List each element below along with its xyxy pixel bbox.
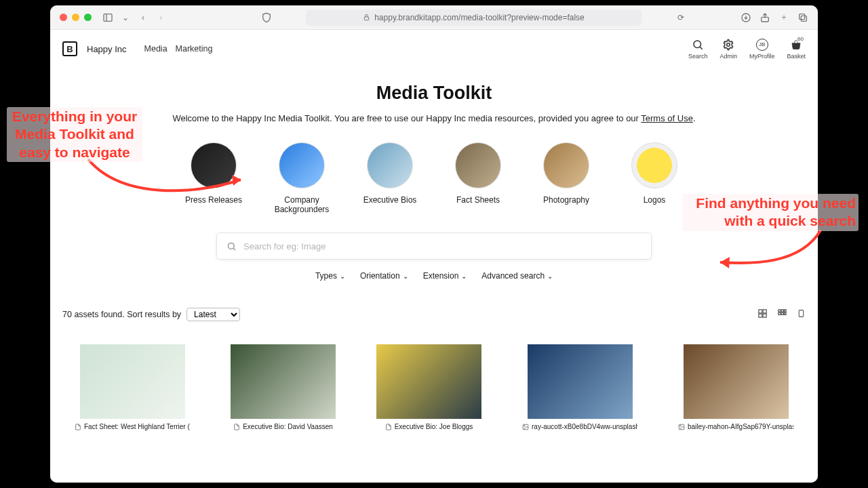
search-input[interactable] bbox=[243, 241, 642, 251]
annotation-right: Find anything you need with a quick sear… bbox=[682, 194, 859, 231]
image-icon bbox=[522, 424, 529, 430]
asset-thumb bbox=[528, 344, 633, 419]
svg-rect-20 bbox=[785, 310, 787, 312]
asset-caption: Fact Sheet: West Highland Terrier (Westi… bbox=[84, 423, 190, 430]
asset-card[interactable]: Fact Sheet: West Highland Terrier (Westi… bbox=[75, 344, 190, 430]
forward-icon[interactable]: › bbox=[155, 12, 166, 23]
svg-rect-4 bbox=[364, 17, 368, 20]
fullscreen-window-icon[interactable] bbox=[84, 14, 92, 21]
asset-card[interactable]: bailey-mahon-AIfgSap679Y-unsplash bbox=[678, 344, 793, 430]
category-company-backgrounders[interactable]: Company Backgrounders bbox=[268, 142, 336, 214]
svg-rect-23 bbox=[785, 312, 787, 314]
share-icon[interactable] bbox=[760, 12, 770, 23]
asset-caption: ray-aucott-xB0e8bDV4ww-unsplash bbox=[532, 423, 637, 430]
view-list-icon[interactable] bbox=[797, 308, 806, 321]
asset-thumb bbox=[231, 344, 336, 419]
new-tab-icon[interactable]: ＋ bbox=[778, 12, 789, 23]
filter-types[interactable]: Types⌄ bbox=[315, 271, 345, 281]
category-photography[interactable]: Photography bbox=[532, 142, 600, 214]
company-name: Happy Inc bbox=[87, 44, 127, 54]
close-window-icon[interactable] bbox=[60, 14, 67, 21]
download-icon[interactable] bbox=[741, 12, 751, 23]
svg-rect-19 bbox=[781, 310, 783, 312]
reload-icon[interactable]: ⟳ bbox=[675, 12, 686, 23]
browser-toolbar: ⌄ ‹ › happy.brandkitapp.com/media-toolki… bbox=[50, 5, 818, 30]
category-thumb bbox=[455, 142, 501, 188]
svg-point-11 bbox=[727, 43, 730, 46]
asset-caption: bailey-mahon-AIfgSap679Y-unsplash bbox=[688, 423, 793, 430]
nav-media[interactable]: Media bbox=[144, 44, 167, 54]
header-profile[interactable]: JB MyProfile bbox=[749, 39, 775, 60]
brand-logo[interactable]: B bbox=[62, 41, 77, 56]
svg-rect-24 bbox=[799, 310, 804, 317]
url-text: happy.brandkitapp.com/media-toolkit?prev… bbox=[374, 13, 585, 22]
annotation-arrow-right bbox=[712, 227, 834, 274]
category-label: Company Backgrounders bbox=[268, 195, 336, 214]
address-bar[interactable]: happy.brandkitapp.com/media-toolkit?prev… bbox=[306, 9, 642, 26]
asset-thumb bbox=[684, 344, 789, 419]
header-profile-label: MyProfile bbox=[749, 53, 775, 60]
svg-point-26 bbox=[524, 425, 526, 426]
svg-rect-22 bbox=[781, 312, 783, 314]
view-grid-large-icon[interactable] bbox=[757, 308, 768, 321]
page-content: B Happy Inc Media Marketing Search Admin… bbox=[50, 30, 818, 483]
category-label: Executive Bios bbox=[363, 195, 417, 205]
header-basket[interactable]: 60 Basket bbox=[787, 39, 806, 60]
file-icon bbox=[233, 424, 240, 430]
header-admin[interactable]: Admin bbox=[719, 39, 737, 60]
svg-rect-2 bbox=[104, 14, 112, 21]
image-icon bbox=[678, 424, 685, 430]
category-fact-sheets[interactable]: Fact Sheets bbox=[444, 142, 512, 214]
welcome-post: . bbox=[693, 113, 696, 123]
asset-grid: Fact Sheet: West Highland Terrier (Westi… bbox=[50, 321, 818, 430]
results-count: 70 assets found. Sort results by bbox=[62, 310, 181, 319]
back-icon[interactable]: ‹ bbox=[138, 12, 149, 23]
chevron-down-icon[interactable]: ⌄ bbox=[120, 12, 131, 23]
basket-count: 60 bbox=[797, 36, 804, 42]
shield-icon[interactable] bbox=[261, 12, 272, 23]
window-controls[interactable] bbox=[60, 14, 92, 21]
sidebar-toggle-icon[interactable] bbox=[102, 12, 113, 23]
view-grid-small-icon[interactable] bbox=[777, 308, 787, 321]
nav-marketing[interactable]: Marketing bbox=[176, 44, 213, 54]
asset-thumb bbox=[376, 344, 481, 419]
gear-icon bbox=[722, 39, 734, 51]
page-title: Media Toolkit bbox=[50, 83, 818, 104]
chevron-down-icon: ⌄ bbox=[547, 272, 553, 280]
file-icon bbox=[75, 424, 81, 430]
svg-line-13 bbox=[233, 248, 235, 250]
svg-rect-17 bbox=[763, 314, 766, 317]
tabs-overview-icon[interactable] bbox=[797, 12, 808, 23]
filter-orientation[interactable]: Orientation⌄ bbox=[360, 271, 408, 281]
header-search-label: Search bbox=[688, 53, 708, 60]
asset-card[interactable]: Executive Bio: David Vaassen bbox=[231, 344, 336, 430]
category-thumb bbox=[367, 142, 413, 188]
asset-thumb bbox=[80, 344, 185, 419]
asset-card[interactable]: Executive Bio: Joe Bloggs bbox=[376, 344, 481, 430]
header-admin-label: Admin bbox=[719, 53, 737, 60]
minimize-window-icon[interactable] bbox=[72, 14, 79, 21]
terms-link[interactable]: Terms of Use bbox=[641, 113, 693, 123]
asset-card[interactable]: ray-aucott-xB0e8bDV4ww-unsplash bbox=[522, 344, 637, 430]
filter-extension[interactable]: Extension⌄ bbox=[423, 271, 467, 281]
category-executive-bios[interactable]: Executive Bios bbox=[356, 142, 424, 214]
welcome-text: Welcome to the Happy Inc Media Toolkit. … bbox=[50, 113, 818, 123]
file-icon bbox=[385, 424, 392, 430]
filter-advanced[interactable]: Advanced search⌄ bbox=[481, 271, 553, 281]
asset-caption: Executive Bio: David Vaassen bbox=[243, 423, 333, 430]
svg-rect-15 bbox=[763, 310, 766, 313]
search-box[interactable] bbox=[217, 233, 651, 259]
category-logos[interactable]: Logos bbox=[620, 142, 688, 214]
sort-select[interactable]: Latest bbox=[186, 308, 240, 321]
asset-caption: Executive Bio: Joe Bloggs bbox=[395, 423, 473, 430]
category-label: Logos bbox=[644, 195, 666, 205]
svg-rect-14 bbox=[759, 310, 762, 313]
svg-line-10 bbox=[700, 47, 703, 49]
svg-point-9 bbox=[694, 41, 701, 48]
header-search[interactable]: Search bbox=[688, 39, 708, 60]
svg-marker-0 bbox=[232, 175, 241, 186]
results-bar: 70 assets found. Sort results by Latest bbox=[50, 308, 818, 321]
browser-window: ⌄ ‹ › happy.brandkitapp.com/media-toolki… bbox=[50, 5, 818, 483]
category-thumb bbox=[279, 142, 325, 188]
chevron-down-icon: ⌄ bbox=[340, 272, 345, 280]
